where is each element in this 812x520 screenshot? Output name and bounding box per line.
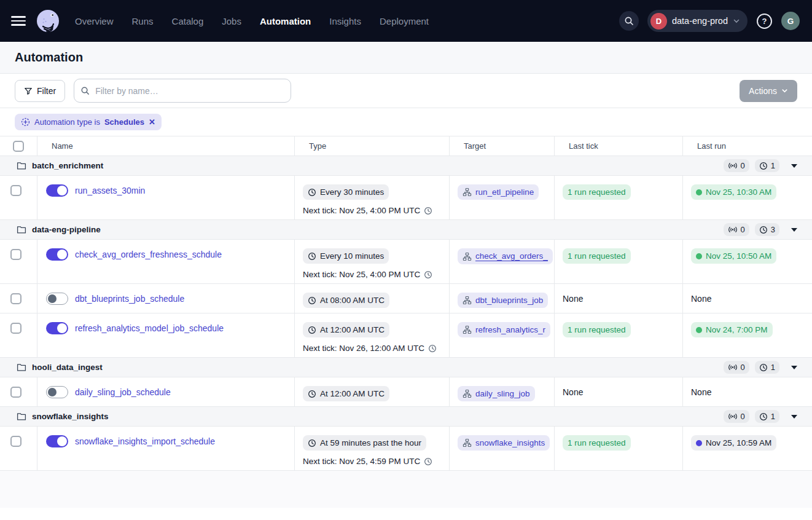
last-run-pill[interactable]: Nov 24, 7:00 PM (691, 322, 773, 337)
funnel-icon (24, 87, 33, 95)
schedule-toggle[interactable] (46, 435, 68, 447)
last-run-cell: None (683, 284, 812, 313)
target-pill[interactable]: daily_sling_job (458, 386, 535, 401)
last-tick-pill[interactable]: 1 run requested (563, 248, 631, 264)
nav-item-jobs[interactable]: Jobs (222, 16, 241, 26)
target-pill[interactable]: run_etl_pipeline (458, 184, 539, 200)
user-avatar[interactable]: G (781, 12, 800, 30)
column-header-last-run: Last run (683, 136, 812, 156)
schedule-count: 1 (771, 412, 775, 421)
top-nav: OverviewRunsCatalogJobsAutomationInsight… (0, 0, 812, 42)
page-header: Automation (0, 42, 812, 74)
row-checkbox[interactable] (10, 436, 21, 447)
schedule-type-pill: At 12:00 AM UTC (303, 322, 389, 337)
column-header-type: Type (295, 136, 450, 156)
schedule-toggle[interactable] (46, 386, 68, 398)
group-name: batch_enrichment (32, 161, 103, 170)
collapse-caret-icon[interactable] (791, 415, 797, 419)
group-name: data-eng-pipeline (32, 225, 101, 234)
sensor-count-badge: 0 (724, 361, 749, 374)
schedule-type-pill: At 12:00 AM UTC (303, 386, 389, 401)
schedule-count-badge: 1 (755, 361, 779, 374)
nav-item-deployment[interactable]: Deployment (380, 16, 429, 26)
nav-item-catalog[interactable]: Catalog (172, 16, 204, 26)
schedule-toggle[interactable] (46, 293, 68, 305)
nav-item-runs[interactable]: Runs (132, 16, 154, 26)
target-cell: snowflake_insights (450, 427, 555, 470)
sensor-count: 0 (741, 363, 745, 372)
close-icon[interactable]: ✕ (149, 118, 155, 126)
actions-button[interactable]: Actions (740, 80, 797, 102)
group-row-data-eng-pipeline[interactable]: data-eng-pipeline 0 3 (0, 220, 812, 240)
nav-item-overview[interactable]: Overview (75, 16, 114, 26)
target-cell: run_etl_pipeline (450, 176, 555, 219)
row-checkbox-cell (0, 240, 37, 283)
name-cell: daily_sling_job_schedule (37, 377, 295, 406)
schedule-name-link[interactable]: refresh_analytics_model_job_schedule (75, 323, 224, 333)
schedule-row-run_assets_30min: run_assets_30min Every 30 minutesNext ti… (0, 176, 812, 220)
column-header-last-tick: Last tick (555, 136, 683, 156)
dagster-logo-icon[interactable] (36, 9, 60, 33)
last-tick-cell: 1 run requested (555, 313, 683, 357)
target-pill[interactable]: check_avg_orders_ (458, 248, 553, 264)
last-tick-cell: 1 run requested (555, 240, 683, 283)
svg-text:?: ? (762, 17, 767, 26)
collapse-caret-icon[interactable] (791, 164, 797, 168)
name-cell: check_avg_orders_freshness_schdule (37, 240, 295, 283)
filter-chip-automation-type[interactable]: Automation type is Schedules ✕ (15, 114, 162, 130)
last-tick-cell: None (555, 284, 683, 313)
select-all-checkbox[interactable] (13, 141, 24, 152)
row-checkbox-cell (0, 377, 37, 406)
target-pill[interactable]: dbt_blueprints_job (458, 293, 548, 308)
automations-table: NameTypeTargetLast tickLast run batch_en… (0, 136, 812, 471)
schedule-toggle[interactable] (46, 248, 68, 261)
group-row-batch_enrichment[interactable]: batch_enrichment 0 1 (0, 156, 812, 176)
row-checkbox[interactable] (10, 185, 21, 196)
type-cell: Every 30 minutesNext tick: Nov 25, 4:00 … (295, 176, 450, 219)
row-checkbox[interactable] (10, 249, 21, 260)
last-tick-pill[interactable]: 1 run requested (563, 322, 631, 337)
schedule-toggle[interactable] (46, 184, 68, 197)
schedule-name-link[interactable]: daily_sling_job_schedule (75, 387, 171, 397)
type-cell: At 08:00 AM UTC (295, 284, 450, 313)
sensor-count: 0 (741, 412, 745, 421)
target-cell: dbt_blueprints_job (450, 284, 555, 313)
nav-item-automation[interactable]: Automation (260, 16, 311, 26)
workspace-switcher[interactable]: D data-eng-prod (647, 10, 748, 32)
collapse-caret-icon[interactable] (791, 366, 797, 369)
nav-item-insights[interactable]: Insights (329, 16, 361, 26)
name-filter-input[interactable] (74, 79, 291, 103)
schedule-name-link[interactable]: check_avg_orders_freshness_schdule (75, 250, 222, 259)
row-checkbox[interactable] (10, 293, 21, 304)
workspace-name: data-eng-prod (672, 16, 728, 26)
filter-chip-prefix: Automation type is (34, 117, 100, 127)
name-cell: run_assets_30min (37, 176, 295, 219)
row-checkbox[interactable] (10, 387, 21, 398)
filter-button[interactable]: Filter (15, 80, 65, 102)
group-name: hooli_data_ingest (32, 363, 103, 372)
name-cell: refresh_analytics_model_job_schedule (37, 313, 295, 357)
search-icon[interactable] (619, 11, 639, 31)
last-run-cell: Nov 24, 7:00 PM (683, 313, 812, 357)
group-row-snowflake_insights[interactable]: snowflake_insights 0 1 (0, 407, 812, 427)
name-cell: dbt_blueprints_job_schedule (37, 284, 295, 313)
schedule-name-link[interactable]: dbt_blueprints_job_schedule (75, 294, 184, 304)
group-row-hooli_data_ingest[interactable]: hooli_data_ingest 0 1 (0, 358, 812, 377)
row-checkbox[interactable] (10, 323, 21, 334)
hamburger-menu-icon[interactable] (11, 16, 26, 26)
last-tick-pill[interactable]: 1 run requested (563, 184, 631, 200)
toolbar: Filter Actions (0, 74, 812, 108)
filter-button-label: Filter (37, 86, 56, 96)
help-icon[interactable]: ? (756, 13, 773, 30)
last-tick-pill[interactable]: 1 run requested (563, 435, 631, 451)
collapse-caret-icon[interactable] (791, 228, 797, 232)
last-run-pill[interactable]: Nov 25, 10:30 AM (691, 184, 776, 200)
last-run-pill[interactable]: Nov 25, 10:59 AM (691, 435, 776, 451)
schedule-toggle[interactable] (46, 322, 68, 334)
schedule-name-link[interactable]: snowflake_insights_import_schedule (75, 436, 215, 446)
schedule-name-link[interactable]: run_assets_30min (75, 186, 145, 195)
target-pill[interactable]: snowflake_insights (458, 435, 550, 451)
last-run-pill[interactable]: Nov 25, 10:50 AM (691, 248, 776, 264)
filter-chip-value: Schedules (104, 117, 144, 127)
target-pill[interactable]: refresh_analytics_r (458, 322, 550, 337)
